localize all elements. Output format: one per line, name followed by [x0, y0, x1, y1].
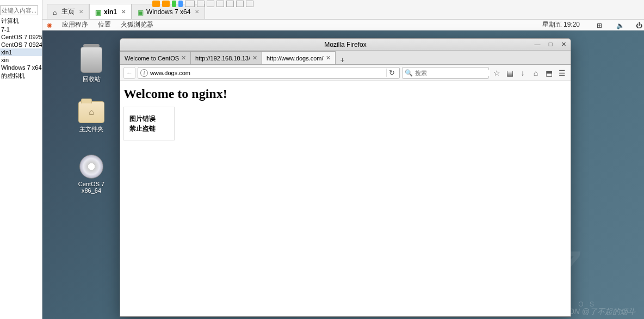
toolbar-icon[interactable] — [216, 1, 224, 7]
icon-label: CentOS 7 x86_64 — [70, 181, 113, 194]
disc-icon — [79, 155, 103, 179]
close-icon[interactable]: ✕ — [79, 9, 83, 15]
broken-img-text: 禁止盗链 — [129, 124, 169, 133]
page-heading: Welcome to nginx! — [123, 87, 567, 101]
home-icon: ⌂ — [53, 9, 59, 15]
toolbar-icon[interactable] — [207, 1, 214, 7]
reload-button[interactable]: ↻ — [386, 69, 397, 77]
desktop-icon-disc[interactable]: CentOS 7 x86_64 — [70, 155, 113, 194]
toolbar-icons-strip — [152, 1, 253, 7]
menu-places[interactable]: 位置 — [98, 20, 111, 29]
vm-tree-item[interactable]: 计算机 — [0, 16, 42, 26]
vm-sidebar: 计算机 7-1 CentOS 7 0925 CentOS 7 0924 xin1… — [0, 0, 42, 319]
host-tab-label: 主页 — [61, 7, 75, 16]
back-button[interactable]: ← — [123, 67, 135, 79]
tab-label: http://www.dogs.com/ — [267, 55, 324, 62]
toolbar-icon[interactable] — [178, 1, 183, 7]
menu-firefox[interactable]: 火狐浏览器 — [121, 20, 153, 29]
centos-watermark-7: 7 — [555, 242, 579, 292]
maximize-button[interactable]: □ — [547, 41, 554, 48]
toolbar-icon[interactable] — [246, 1, 253, 7]
browser-tab[interactable]: http://192.168.10.13/ ✕ — [190, 51, 262, 64]
window-title: Mozilla Firefox — [324, 41, 366, 48]
toolbar-icon[interactable] — [226, 1, 234, 7]
desktop-icon-home[interactable]: ⌂ 主文件夹 — [70, 101, 113, 133]
folder-icon: ⌂ — [78, 101, 104, 123]
firefox-toolbar: ← i ↻ 🔍 ☆ ▤ ↓ ⌂ ⬒ ☰ — [120, 65, 571, 81]
vm-tree-item[interactable]: CentOS 7 0924 — [0, 41, 42, 48]
close-icon[interactable]: ✕ — [195, 9, 199, 15]
activities-icon: ◉ — [47, 21, 52, 29]
vm-tree-item[interactable]: CentOS 7 0925 — [0, 33, 42, 41]
minimize-button[interactable]: — — [534, 41, 541, 48]
toolbar-icon[interactable] — [172, 1, 176, 7]
new-tab-button[interactable]: + — [336, 56, 350, 64]
host-tab-label: xin1 — [104, 8, 117, 16]
power-icon[interactable]: ⏻ — [636, 22, 642, 28]
search-bar[interactable]: 🔍 — [402, 67, 489, 79]
firefox-tabstrip: Welcome to CentOS ✕ http://192.168.10.13… — [120, 51, 571, 65]
vm-icon: ▣ — [95, 9, 102, 15]
tab-label: http://192.168.10.13/ — [195, 55, 250, 62]
library-icon[interactable]: ▤ — [504, 68, 515, 78]
browser-tab[interactable]: Welcome to CentOS ✕ — [120, 51, 191, 64]
close-button[interactable]: ✕ — [560, 41, 567, 48]
desktop-icon-trash[interactable]: 回收站 — [70, 47, 113, 83]
close-icon[interactable]: ✕ — [252, 54, 257, 62]
icon-label: 主文件夹 — [79, 125, 103, 133]
icon-label: 回收站 — [83, 75, 101, 83]
network-icon[interactable]: ⊞ — [597, 22, 603, 28]
vm-tree-item[interactable]: xin1 — [0, 48, 42, 56]
pocket-icon[interactable]: ⬒ — [543, 68, 554, 78]
vm-tree-item[interactable]: 的虚拟机 — [0, 71, 42, 81]
broken-img-text: 图片错误 — [129, 114, 169, 124]
volume-icon[interactable]: 🔈 — [616, 22, 623, 28]
toolbar-icon[interactable] — [197, 1, 205, 7]
broken-image-placeholder: 图片错误 禁止盗链 — [123, 107, 175, 140]
close-icon[interactable]: ✕ — [326, 54, 331, 62]
vm-search-input[interactable] — [0, 5, 38, 15]
menu-applications[interactable]: 应用程序 — [62, 20, 88, 29]
vm-tree-item[interactable]: Windows 7 x64 — [0, 64, 42, 71]
search-icon: 🔍 — [405, 69, 413, 77]
csdn-watermark: CSDN @了不起的烟斗 — [558, 307, 635, 317]
search-input[interactable] — [415, 70, 490, 76]
browser-tab[interactable]: http://www.dogs.com/ ✕ — [262, 51, 336, 64]
toolbar-icon[interactable] — [236, 1, 244, 7]
menu-icon[interactable]: ☰ — [556, 68, 567, 78]
vm-tree-item[interactable]: 7-1 — [0, 26, 42, 33]
toolbar-icon[interactable] — [152, 1, 160, 7]
vm-icon: ▣ — [138, 9, 144, 15]
vm-tree-item[interactable]: xin — [0, 56, 42, 64]
firefox-titlebar[interactable]: Mozilla Firefox — □ ✕ — [120, 39, 571, 51]
toolbar-icon[interactable] — [162, 1, 170, 7]
home-icon: ⌂ — [89, 107, 94, 117]
centos-text-watermark: O S — [578, 300, 596, 308]
firefox-window: Mozilla Firefox — □ ✕ Welcome to CentOS … — [120, 38, 571, 317]
url-input[interactable] — [150, 70, 384, 76]
gnome-top-bar: ◉ 应用程序 位置 火狐浏览器 星期五 19:20 ⊞ 🔈 ⏻ — [42, 20, 644, 30]
close-icon[interactable]: ✕ — [181, 54, 186, 62]
close-icon[interactable]: ✕ — [121, 9, 126, 15]
desktop: 回收站 ⌂ 主文件夹 CentOS 7 x86_64 Mozilla Firef… — [42, 30, 644, 319]
host-tab-label: Windows 7 x64 — [146, 8, 190, 16]
tab-label: Welcome to CentOS — [125, 55, 179, 62]
host-tabs: ⌂ 主页 ✕ ▣ xin1 ✕ ▣ Windows 7 x64 ✕ — [42, 0, 644, 20]
host-tab-home[interactable]: ⌂ 主页 ✕ — [47, 4, 89, 19]
host-tab-xin1[interactable]: ▣ xin1 ✕ — [89, 4, 132, 19]
site-info-icon[interactable]: i — [140, 69, 148, 77]
clock[interactable]: 星期五 19:20 — [542, 20, 580, 29]
page-content: Welcome to nginx! 图片错误 禁止盗链 — [120, 81, 571, 316]
bookmark-icon[interactable]: ☆ — [491, 68, 502, 78]
home-icon[interactable]: ⌂ — [530, 68, 541, 78]
trash-icon — [81, 47, 102, 73]
downloads-icon[interactable]: ↓ — [517, 68, 528, 78]
url-bar[interactable]: i ↻ — [138, 67, 400, 79]
